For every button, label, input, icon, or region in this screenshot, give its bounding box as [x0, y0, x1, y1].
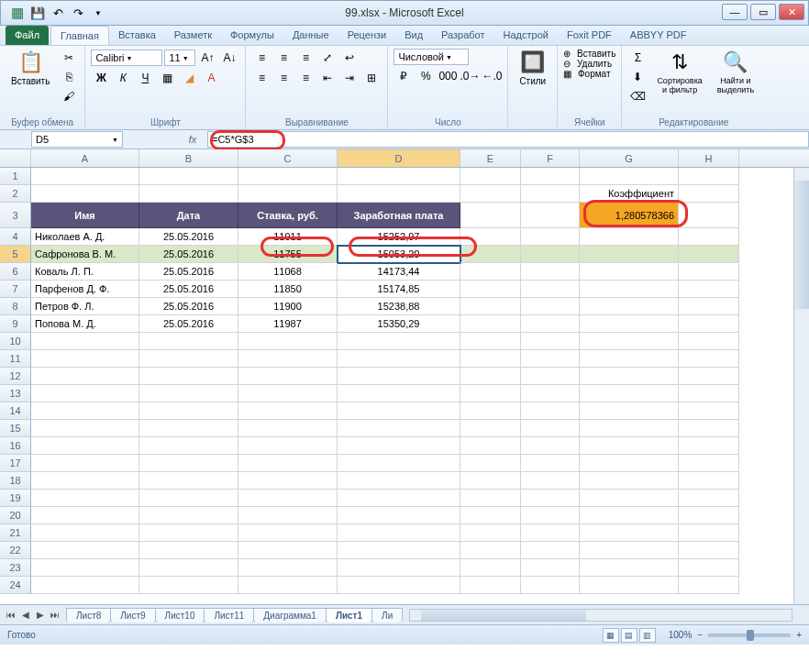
cell[interactable]	[580, 168, 679, 185]
cell[interactable]	[31, 490, 139, 507]
cell[interactable]	[679, 203, 739, 228]
sheet-tab[interactable]: Ли	[371, 608, 403, 622]
cell[interactable]	[238, 185, 338, 203]
cell[interactable]	[580, 298, 679, 315]
qat-dropdown-icon[interactable]: ▼	[89, 4, 107, 22]
cell[interactable]	[521, 333, 580, 350]
row-head[interactable]: 9	[0, 315, 31, 333]
decrease-indent-icon[interactable]: ⇤	[317, 69, 338, 87]
bold-button[interactable]: Ж	[91, 69, 111, 87]
row-head[interactable]: 7	[0, 281, 31, 298]
cell[interactable]	[580, 559, 679, 577]
cell[interactable]	[580, 350, 679, 368]
cell[interactable]	[460, 246, 521, 263]
cell[interactable]	[460, 263, 521, 281]
cell[interactable]	[460, 455, 521, 472]
cell[interactable]	[31, 168, 139, 185]
cell[interactable]	[580, 281, 679, 298]
cell[interactable]	[460, 542, 521, 559]
cells-delete-button[interactable]: ⊖ Удалить	[563, 59, 612, 69]
zoom-out-button[interactable]: −	[697, 630, 703, 640]
cell[interactable]	[580, 228, 679, 246]
cell[interactable]: Имя	[31, 203, 139, 228]
cell[interactable]	[139, 542, 238, 559]
cell[interactable]: Дата	[139, 203, 238, 228]
cell[interactable]	[460, 437, 521, 455]
cell[interactable]	[521, 420, 580, 437]
redo-icon[interactable]: ↷	[69, 4, 87, 22]
cell[interactable]	[139, 455, 238, 472]
cell[interactable]	[679, 246, 739, 263]
maximize-button[interactable]: ▭	[750, 4, 776, 20]
row-head[interactable]: 17	[0, 455, 31, 472]
cell[interactable]	[338, 490, 460, 507]
formula-input[interactable]: =C5*G$3	[207, 131, 809, 148]
cell[interactable]	[238, 437, 338, 455]
row-head[interactable]: 8	[0, 298, 31, 315]
cell[interactable]	[460, 507, 521, 524]
tab-data[interactable]: Данные	[283, 26, 338, 45]
percent-icon[interactable]: %	[416, 67, 436, 85]
row-head[interactable]: 19	[0, 490, 31, 507]
worksheet-grid[interactable]: A B C D E F G H 12Коэффициент3ИмяДатаСта…	[0, 149, 809, 604]
cell[interactable]: Заработная плата	[338, 203, 460, 228]
cell[interactable]: 25.05.2016	[139, 263, 238, 281]
cell[interactable]: 11900	[238, 298, 338, 315]
cell[interactable]	[521, 185, 580, 203]
cell[interactable]: 15252,97	[338, 228, 460, 246]
cell[interactable]	[521, 559, 580, 577]
cell[interactable]	[679, 402, 739, 420]
cell[interactable]: 15350,29	[338, 315, 460, 333]
cell[interactable]	[31, 437, 139, 455]
sheet-nav-last-icon[interactable]: ⏭	[48, 610, 62, 620]
cell[interactable]: 14173,44	[338, 263, 460, 281]
cell[interactable]	[580, 333, 679, 350]
cell[interactable]	[31, 420, 139, 437]
cell[interactable]: 1,280578366	[580, 203, 679, 228]
row-head[interactable]: 22	[0, 542, 31, 559]
cell[interactable]	[521, 315, 580, 333]
cell[interactable]	[580, 437, 679, 455]
row-head[interactable]: 21	[0, 524, 31, 542]
clear-icon[interactable]: ⌫	[627, 87, 648, 105]
cell[interactable]	[580, 472, 679, 490]
tab-layout[interactable]: Разметк	[165, 26, 221, 45]
row-head[interactable]: 2	[0, 185, 31, 203]
autosum-icon[interactable]: Σ	[627, 49, 648, 67]
cell[interactable]	[679, 559, 739, 577]
cell[interactable]	[31, 507, 139, 524]
cell[interactable]	[31, 333, 139, 350]
align-top-icon[interactable]: ≡	[251, 49, 272, 67]
cell[interactable]	[521, 368, 580, 385]
cell[interactable]	[679, 168, 739, 185]
cell[interactable]	[338, 168, 460, 185]
cell[interactable]	[31, 559, 139, 577]
cell[interactable]	[238, 577, 338, 594]
cell[interactable]	[139, 185, 238, 203]
cells-format-button[interactable]: ▦ Формат	[563, 69, 610, 79]
cell[interactable]	[521, 577, 580, 594]
cell[interactable]	[238, 559, 338, 577]
cell[interactable]	[521, 437, 580, 455]
sheet-tab[interactable]: Лист11	[204, 608, 254, 622]
cell[interactable]: 15174,85	[338, 281, 460, 298]
cell[interactable]	[139, 577, 238, 594]
underline-button[interactable]: Ч	[135, 69, 155, 87]
row-head[interactable]: 3	[0, 203, 31, 228]
cell[interactable]	[460, 472, 521, 490]
cell[interactable]: 15053,20	[338, 246, 460, 263]
cell[interactable]	[460, 228, 521, 246]
cell[interactable]	[521, 455, 580, 472]
cell[interactable]	[460, 333, 521, 350]
cell[interactable]	[238, 368, 338, 385]
merge-icon[interactable]: ⊞	[361, 69, 382, 87]
cell[interactable]	[460, 281, 521, 298]
cell[interactable]	[139, 437, 238, 455]
cell[interactable]	[338, 402, 460, 420]
cell[interactable]	[521, 385, 580, 402]
cell[interactable]	[679, 490, 739, 507]
cell[interactable]	[580, 315, 679, 333]
cell[interactable]	[580, 524, 679, 542]
cell[interactable]	[460, 350, 521, 368]
row-head[interactable]: 6	[0, 263, 31, 281]
